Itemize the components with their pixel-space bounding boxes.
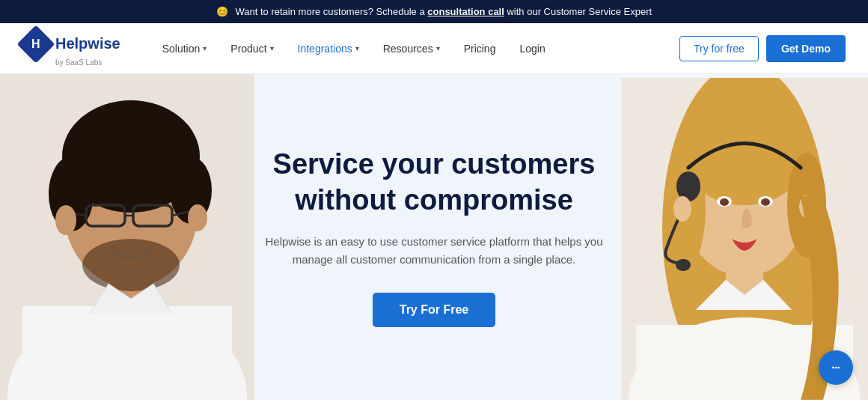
svg-rect-2 [22, 306, 232, 400]
logo-text: Helpwise [55, 35, 120, 52]
svg-point-31 [673, 196, 691, 222]
nav-item-login[interactable]: Login [507, 23, 557, 74]
banner-link[interactable]: consultation call [427, 6, 504, 17]
svg-point-34 [835, 367, 837, 369]
logo-area[interactable]: H Helpwise by SaaS Labs [22, 31, 120, 67]
svg-point-30 [761, 198, 770, 206]
banner-text-before: Want to retain more customers? Schedule … [236, 6, 428, 17]
svg-point-33 [832, 367, 834, 369]
nav-links: Solution ▾ Product ▾ Integrations ▾ Reso… [150, 23, 679, 74]
top-banner: 😊 Want to retain more customers? Schedul… [0, 0, 868, 23]
svg-point-15 [188, 204, 207, 231]
nav-label-solution: Solution [162, 43, 201, 55]
hero-subtitle: Helpwise is an easy to use customer serv… [262, 233, 606, 269]
chevron-down-icon: ▾ [270, 44, 274, 52]
logo-sub: by SaaS Labs [55, 58, 120, 67]
chevron-down-icon: ▾ [436, 44, 440, 52]
nav-item-product[interactable]: Product ▾ [218, 23, 285, 74]
banner-emoji: 😊 [216, 6, 228, 17]
nav-item-solution[interactable]: Solution ▾ [150, 23, 219, 74]
navbar: H Helpwise by SaaS Labs Solution ▾ Produ… [0, 23, 868, 74]
hero-title: Service your customers without compromis… [262, 147, 606, 218]
banner-text-after: with our Customer Service Expert [507, 6, 652, 17]
svg-point-14 [55, 205, 76, 235]
nav-label-resources: Resources [383, 43, 433, 55]
hero-cta-button[interactable]: Try For Free [373, 293, 495, 327]
svg-point-35 [837, 367, 840, 369]
chat-support-button[interactable] [819, 350, 853, 385]
svg-point-29 [720, 198, 729, 206]
nav-item-integrations[interactable]: Integrations ▾ [286, 23, 371, 74]
nav-item-resources[interactable]: Resources ▾ [371, 23, 452, 74]
chat-icon [828, 359, 844, 376]
logo-diamond-icon: H [17, 25, 55, 63]
nav-actions: Try for free Get Demo [679, 35, 846, 62]
nav-item-pricing[interactable]: Pricing [452, 23, 508, 74]
hero-section: Service your customers without compromis… [0, 74, 868, 400]
hero-person-left [0, 74, 254, 400]
nav-label-integrations: Integrations [298, 43, 352, 55]
chevron-down-icon: ▾ [355, 44, 359, 52]
logo-icon-letter: H [31, 37, 40, 51]
hero-content: Service your customers without compromis… [247, 147, 621, 327]
nav-label-pricing: Pricing [464, 43, 496, 55]
nav-label-login: Login [519, 43, 545, 55]
get-demo-button[interactable]: Get Demo [766, 35, 846, 62]
svg-point-8 [82, 239, 180, 291]
try-free-button[interactable]: Try for free [679, 36, 759, 61]
svg-point-26 [676, 259, 691, 271]
logo-row: H Helpwise [22, 31, 120, 58]
chevron-down-icon: ▾ [203, 44, 207, 52]
nav-label-product: Product [230, 43, 266, 55]
